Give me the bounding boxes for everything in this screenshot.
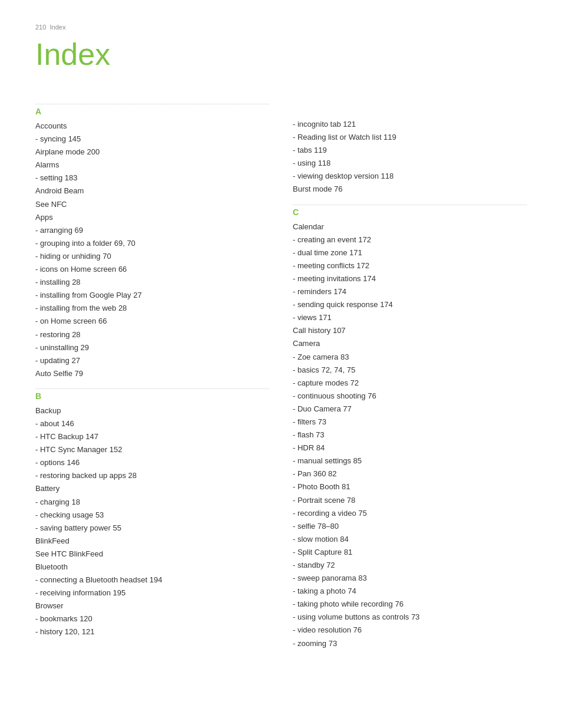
entry-airplane-mode: Airplane mode 200 xyxy=(35,146,269,159)
section-header-a: A xyxy=(35,104,269,116)
section-a: A Accounts - syncing 145 Airplane mode 2… xyxy=(35,104,269,380)
section-c: C Calendar - creating an event 172 - dua… xyxy=(293,205,527,650)
entry-setting: - setting 183 xyxy=(35,172,269,185)
entry-camera: Camera xyxy=(293,337,527,350)
entry-zooming: - zooming 73 xyxy=(293,637,527,650)
entry-flash: - flash 73 xyxy=(293,429,527,442)
entry-installing: - installing 28 xyxy=(35,276,269,289)
entry-filters: - filters 73 xyxy=(293,416,527,429)
entry-incognito: - incognito tab 121 xyxy=(293,118,527,131)
entry-blinkfeed: BlinkFeed xyxy=(35,535,269,548)
entry-standby: - standby 72 xyxy=(293,559,527,572)
entry-continuous-shooting: - continuous shooting 76 xyxy=(293,390,527,403)
left-column: A Accounts - syncing 145 Airplane mode 2… xyxy=(35,101,269,650)
entry-backup: Backup xyxy=(35,404,269,417)
entry-capture-modes: - capture modes 72 xyxy=(293,377,527,390)
entry-slow-motion: - slow motion 84 xyxy=(293,533,527,546)
entry-video-resolution: - video resolution 76 xyxy=(293,624,527,637)
entry-alarms: Alarms xyxy=(35,159,269,172)
entry-accounts: Accounts xyxy=(35,120,269,133)
entry-sweep-panorama: - sweep panorama 83 xyxy=(293,572,527,585)
section-b: B Backup - about 146 - HTC Backup 147 - … xyxy=(35,388,269,639)
entry-using: - using 118 xyxy=(293,157,527,170)
entry-zoe-camera: - Zoe camera 83 xyxy=(293,351,527,364)
entry-restoring-backup: - restoring backed up apps 28 xyxy=(35,469,269,482)
entry-receiving-info: - receiving information 195 xyxy=(35,587,269,599)
page-title: Index xyxy=(35,37,527,72)
entry-hiding: - hiding or unhiding 70 xyxy=(35,250,269,263)
entry-battery: Battery xyxy=(35,482,269,495)
entry-charging: - charging 18 xyxy=(35,496,269,509)
entry-options: - options 146 xyxy=(35,456,269,469)
entry-grouping: - grouping into a folder 69, 70 xyxy=(35,237,269,250)
entry-reading-list: - Reading list or Watch list 119 xyxy=(293,131,527,144)
entry-htc-sync: - HTC Sync Manager 152 xyxy=(35,443,269,456)
entry-views: - views 171 xyxy=(293,311,527,324)
page-label: 210 Index xyxy=(35,24,527,31)
entry-split-capture: - Split Capture 81 xyxy=(293,546,527,559)
entry-see-htc-blinkfeed: See HTC BlinkFeed xyxy=(35,548,269,561)
entry-htc-backup: - HTC Backup 147 xyxy=(35,430,269,443)
entry-on-home: - on Home screen 66 xyxy=(35,315,269,328)
entry-pan-360: - Pan 360 82 xyxy=(293,467,527,480)
entry-arranging: - arranging 69 xyxy=(35,224,269,237)
entry-icons-home: - icons on Home screen 66 xyxy=(35,263,269,276)
right-column: - incognito tab 121 - Reading list or Wa… xyxy=(293,101,527,650)
entry-see-nfc: See NFC xyxy=(35,198,269,211)
entry-installing-web: - installing from the web 28 xyxy=(35,302,269,315)
entry-dual-time-zone: - dual time zone 171 xyxy=(293,246,527,259)
entry-manual-settings: - manual settings 85 xyxy=(293,454,527,467)
entry-saving-battery: - saving battery power 55 xyxy=(35,522,269,535)
entry-restoring: - restoring 28 xyxy=(35,328,269,341)
entry-history: - history 120, 121 xyxy=(35,625,269,638)
entry-burst-mode: Burst mode 76 xyxy=(293,183,527,196)
section-header-c: C xyxy=(293,205,527,217)
entry-photo-booth: - Photo Booth 81 xyxy=(293,480,527,493)
entry-android-beam: Android Beam xyxy=(35,185,269,197)
entry-taking-photo-recording: - taking photo while recording 76 xyxy=(293,598,527,611)
entry-tabs: - tabs 119 xyxy=(293,144,527,157)
browser-continued: - incognito tab 121 - Reading list or Wa… xyxy=(293,118,527,196)
entry-selfie: - selfie 78–80 xyxy=(293,520,527,533)
entry-calendar: Calendar xyxy=(293,220,527,233)
entry-volume-buttons: - using volume buttons as controls 73 xyxy=(293,611,527,624)
entry-reminders: - reminders 174 xyxy=(293,285,527,298)
entry-taking-photo: - taking a photo 74 xyxy=(293,585,527,598)
entry-hdr: - HDR 84 xyxy=(293,442,527,454)
entry-uninstalling: - uninstalling 29 xyxy=(35,341,269,354)
entry-auto-selfie: Auto Selfie 79 xyxy=(35,367,269,380)
entry-about: - about 146 xyxy=(35,417,269,430)
entry-viewing-desktop: - viewing desktop version 118 xyxy=(293,170,527,183)
entry-browser: Browser xyxy=(35,599,269,612)
section-header-b: B xyxy=(35,388,269,401)
entry-meeting-conflicts: - meeting conflicts 172 xyxy=(293,259,527,272)
entry-call-history: Call history 107 xyxy=(293,324,527,337)
entry-connecting-bt: - connecting a Bluetooth headset 194 xyxy=(35,574,269,587)
entry-portrait-scene: - Portrait scene 78 xyxy=(293,494,527,507)
entry-basics: - basics 72, 74, 75 xyxy=(293,364,527,377)
entry-apps: Apps xyxy=(35,211,269,224)
entry-recording-video: - recording a video 75 xyxy=(293,507,527,520)
entry-installing-google: - installing from Google Play 27 xyxy=(35,289,269,302)
entry-creating-event: - creating an event 172 xyxy=(293,233,527,246)
entry-meeting-invitations: - meeting invitations 174 xyxy=(293,272,527,285)
entry-checking-usage: - checking usage 53 xyxy=(35,509,269,522)
entry-bookmarks: - bookmarks 120 xyxy=(35,612,269,625)
entry-sending-quick-response: - sending quick response 174 xyxy=(293,298,527,311)
entry-duo-camera: - Duo Camera 77 xyxy=(293,403,527,416)
entry-syncing: - syncing 145 xyxy=(35,133,269,146)
entry-updating: - updating 27 xyxy=(35,354,269,367)
entry-bluetooth: Bluetooth xyxy=(35,561,269,574)
